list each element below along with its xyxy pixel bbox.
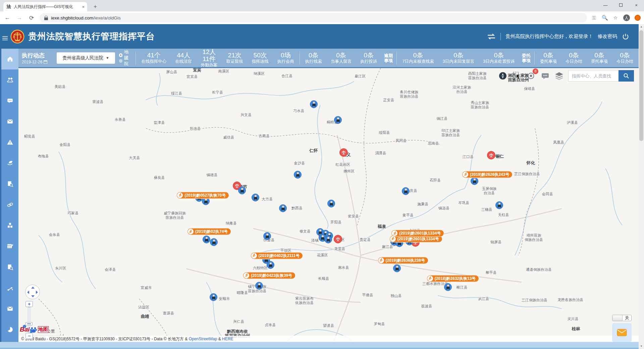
officer-marker[interactable] [324,236,332,243]
message-panel-icon[interactable] [540,71,550,81]
calendar-icon[interactable] [44,60,47,64]
locate-icon[interactable]: 8 [526,71,536,81]
address-bar[interactable]: iexe.shgbitcloud.com/iexe/a/oldGis [40,13,587,22]
search-button[interactable] [619,70,634,82]
stat-item: 0条今日办结 [616,52,633,64]
officer-marker[interactable] [471,177,478,185]
scroll-thumb[interactable] [639,30,643,141]
gis-map[interactable]: 屏山县宜宾宜宾县南溪区纳溪区合江县綦江区长宁县绥江县兴文县盐津县筠连县习水县桐梓… [18,67,639,342]
forward-button[interactable]: → [15,14,23,21]
court-center-marker[interactable] [487,151,495,159]
case-label[interactable]: (2019)黔02执74号 [187,228,231,235]
sidebar-item-file-search[interactable] [1,257,18,278]
stat-item: 0条执行线索 [305,52,322,64]
map-place-label: 永善县 [115,117,126,121]
map-place-label: 屏山县 [166,69,177,74]
sidebar-item-team[interactable] [1,69,18,90]
compass-icon[interactable] [498,71,508,81]
sidebar-item-message[interactable] [1,298,18,319]
map-place-label: 紫云苗族布 依族自治县 [295,296,314,305]
window-maximize-button[interactable] [613,0,629,11]
reload-button[interactable]: ⟳ [28,14,36,21]
osm-link[interactable]: OpenStreetMap [189,337,217,341]
back-button[interactable]: ← [3,14,11,21]
officer-marker[interactable] [210,293,217,301]
overdue-section-title: 逾期事项 [384,53,393,63]
court-select-dropdown[interactable]: 贵州省高级人民法院▼ [57,52,115,64]
scroll-down-arrow[interactable]: ▼ [639,344,644,349]
sidebar-item-mail[interactable] [1,111,18,132]
sidebar-item-pie[interactable] [1,319,18,340]
bookmark-star-icon[interactable]: ☆ [612,15,619,21]
zoom-in-button[interactable]: + [25,301,33,307]
officer-marker[interactable] [267,261,274,269]
officer-marker[interactable] [393,264,401,272]
sidebar-item-route[interactable] [1,278,18,298]
password-key-icon[interactable]: ⚿ [591,15,597,21]
sidebar-item-service[interactable] [1,153,18,173]
case-label[interactable]: (2019)黔0402执2111号 [251,252,303,259]
document-search-icon [6,180,14,188]
sidebar-item-schedule[interactable] [1,236,18,257]
officer-marker[interactable] [252,194,259,201]
stats-bar: 执行动态 2019-12-26 贵州省高级人民法院▼ 地区 法院 41个在线指挥… [18,49,639,67]
sidebar-item-home[interactable] [1,49,18,69]
mail-button[interactable] [612,323,632,342]
calendar-edit-icon [6,243,14,250]
here-link[interactable]: HERE [222,337,233,341]
zoom-out-button[interactable]: − [25,333,33,339]
vertical-scrollbar[interactable]: ▲ ▼ [639,24,644,349]
map-place-label: 龙里县 [334,246,345,251]
officer-marker[interactable] [238,187,246,194]
officer-icon [255,195,257,197]
officer-marker[interactable] [327,200,335,207]
mail-icon [6,118,14,125]
tab-close-icon[interactable]: × [82,4,85,9]
switch-icon[interactable] [487,34,496,40]
sidebar-item-cubes[interactable] [1,215,18,236]
case-label[interactable]: (2019)黔0423执恢39号 [243,272,296,279]
case-label[interactable]: (2019)黔2636执238号 [378,257,428,264]
new-tab-button[interactable]: + [91,3,99,11]
panel-toggle[interactable]: 关 [612,315,632,321]
case-label[interactable]: (2019)黔0527执恢70号 [176,192,229,199]
power-icon[interactable] [622,33,629,40]
sidebar-item-chat[interactable] [1,90,18,111]
case-label[interactable]: (2019)黔2601执1334号 [391,230,444,237]
officer-marker[interactable] [294,171,302,179]
radio-court[interactable]: 法院 [119,58,132,64]
court-center-marker[interactable] [339,148,348,157]
zoom-icon[interactable]: 🔍 [602,15,608,21]
browser-tab[interactable]: 法 人民法院执行指挥——GIS可视化 × [3,2,87,11]
profile-avatar[interactable]: 人 [623,14,630,21]
select-cursor-icon[interactable] [512,71,522,81]
window-minimize-button[interactable]: — [598,0,613,11]
officer-marker[interactable] [310,100,318,108]
map-place-label: 湄潭县 [375,151,386,155]
scroll-up-arrow[interactable]: ▲ [639,24,644,30]
window-close-button[interactable]: × [629,0,644,11]
sidebar-item-doc-search[interactable] [1,173,18,194]
officer-marker[interactable] [334,116,342,124]
zoom-slider-handle[interactable] [25,322,33,326]
officer-marker[interactable] [402,187,410,195]
extension-icon[interactable] [635,15,641,21]
sidebar-item-link[interactable] [1,194,18,215]
runner-icon [427,276,433,281]
menu-toggle-icon[interactable] [2,36,8,40]
sidebar-item-alert[interactable] [1,132,18,153]
case-label[interactable]: (2019)黔2626执243号 [462,171,513,178]
runner-icon [378,257,384,263]
change-password-link[interactable]: 修改密码 [598,33,617,40]
map-place-label: 罗甸县 [374,322,385,326]
layers-icon[interactable] [554,71,564,81]
toggle-slider [612,315,623,321]
case-label[interactable]: (2018)黔2632执恢13号 [427,275,479,282]
search-input[interactable] [568,70,619,82]
officer-marker[interactable] [444,283,452,291]
map-pan-control[interactable] [25,285,40,299]
court-center-marker[interactable] [334,235,342,243]
officer-marker[interactable] [279,204,287,212]
divider [500,33,501,40]
map-place-label: 红花岗区 [335,162,350,167]
